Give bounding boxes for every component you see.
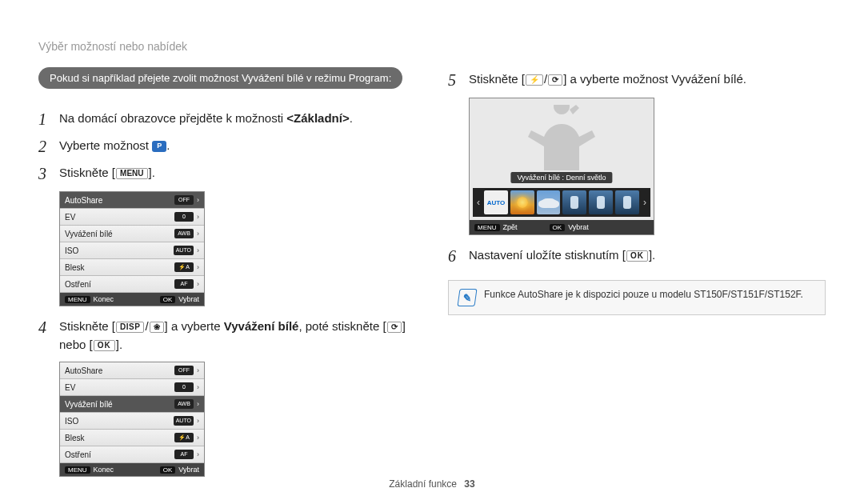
chevron-right-icon: › xyxy=(642,197,648,208)
wb-option-fluorescent-h xyxy=(562,190,586,214)
flower-button-icon: ❀ xyxy=(150,322,164,333)
menu-label: Vyvážení bílé xyxy=(65,400,113,409)
step-body: Na domácí obrazovce přejděte k možnosti … xyxy=(59,110,353,128)
menu-footer: MENUKonec OKVybrat xyxy=(60,293,204,306)
step-text-post: ]. xyxy=(149,166,155,179)
step-text: Stiskněte [ xyxy=(59,166,115,179)
menu-label: Vyvážení bílé xyxy=(65,230,113,238)
step-text: Stiskněte [ xyxy=(59,319,115,333)
footer-ok-pill: OK xyxy=(160,296,176,303)
footer-section: Základní funkce xyxy=(389,478,457,490)
wb-option-tungsten xyxy=(615,190,639,214)
menu-row-flash: Blesk ⚡A› xyxy=(60,259,204,276)
step-4: 4 Stiskněte [DISP/❀] a vyberte Vyvážení … xyxy=(38,318,416,354)
step-number: 4 xyxy=(38,318,59,337)
step-text-post: . xyxy=(350,111,353,125)
value-icon: 0 xyxy=(174,382,194,392)
footer-ok-pill: OK xyxy=(160,466,176,474)
value-icon: AF xyxy=(174,279,194,289)
value-icon: ⚡A xyxy=(174,433,194,442)
value-icon: ⚡A xyxy=(174,262,194,272)
step-number: 1 xyxy=(38,110,59,129)
left-column: Pokud si například přejete zvolit možnos… xyxy=(38,67,416,488)
step-text-post: ] a vyberte možnost Vyvážení bílé. xyxy=(563,72,746,86)
preview-footer: MENUZpět OKVybrat xyxy=(470,220,654,234)
ok-button-icon: OK xyxy=(626,250,648,262)
chevron-right-icon: › xyxy=(197,400,199,408)
step-bold: <Základní> xyxy=(286,111,349,125)
menu-row-wb: Vyvážení bílé AWB› xyxy=(60,226,204,242)
chevron-right-icon: › xyxy=(197,263,199,271)
step-body: Stiskněte [MENU]. xyxy=(59,164,155,182)
step-number: 6 xyxy=(448,246,469,266)
slash: / xyxy=(544,72,547,86)
step-body: Stiskněte [DISP/❀] a vyberte Vyvážení bí… xyxy=(59,318,416,354)
menu-row-focus: Ostření AF› xyxy=(60,446,204,463)
footer-left-label: Konec xyxy=(94,295,114,303)
menu-label: ISO xyxy=(65,246,78,255)
menu-row-focus: Ostření AF› xyxy=(60,276,204,293)
footer-menu-pill: MENU xyxy=(65,466,90,474)
note-icon: ✎ xyxy=(457,289,477,306)
footer-menu-pill: MENU xyxy=(474,224,500,231)
menu-row-wb-selected: Vyvážení bílé AWB› xyxy=(60,396,204,413)
value-icon: OFF xyxy=(174,195,194,205)
step-text-post: ]. xyxy=(649,248,655,262)
menu-label: AutoShare xyxy=(65,366,102,375)
footer-page-number: 33 xyxy=(464,478,474,490)
step-number: 2 xyxy=(38,137,59,156)
icon-glyph: P xyxy=(157,141,162,152)
value-icon: AF xyxy=(174,450,194,459)
disp-button-icon: DISP xyxy=(116,322,144,333)
footer-right-label: Vybrat xyxy=(178,466,199,474)
footer-left-label: Zpět xyxy=(503,223,518,231)
step-text-post1: , poté stiskněte [ xyxy=(298,319,386,333)
camera-menu-screenshot-2: AutoShare OFF› EV 0› Vyvážení bílé AWB› … xyxy=(59,362,205,477)
page-title: Výběr možností nebo nabídek xyxy=(38,40,826,53)
menu-label: AutoShare xyxy=(65,196,102,205)
flash-button-icon: ⚡ xyxy=(526,74,543,86)
wb-option-cloudy xyxy=(537,190,561,214)
chevron-right-icon: › xyxy=(197,366,199,374)
auto-label: AUTO xyxy=(484,190,508,214)
value-icon: AWB xyxy=(174,229,194,238)
menu-row-autoshare: AutoShare OFF› xyxy=(60,362,204,379)
chevron-right-icon: › xyxy=(197,383,199,391)
value-icon: AWB xyxy=(174,399,194,409)
value-icon: AUTO xyxy=(174,416,194,426)
step-body: Stiskněte [⚡/⟳] a vyberte možnost Vyváže… xyxy=(469,70,746,89)
step-2: 2 Vyberte možnost P. xyxy=(38,137,416,156)
example-callout: Pokud si například přejete zvolit možnos… xyxy=(38,67,402,89)
footer-right-label: Vybrat xyxy=(178,295,199,303)
menu-label: Ostření xyxy=(65,280,91,289)
value-icon: 0 xyxy=(174,212,194,222)
timer-button-icon: ⟳ xyxy=(548,74,562,86)
value-icon: AUTO xyxy=(174,246,194,255)
wb-option-daylight xyxy=(510,190,534,214)
chevron-right-icon: › xyxy=(197,230,199,238)
footer-ok-pill: OK xyxy=(550,224,566,231)
wb-option-auto: AUTO xyxy=(484,190,508,214)
footer-right-label: Vybrat xyxy=(568,223,589,231)
step-1: 1 Na domácí obrazovce přejděte k možnost… xyxy=(38,110,416,129)
wb-current-label: Vyvážení bílé : Denní světlo xyxy=(510,172,612,183)
chevron-right-icon: › xyxy=(197,196,199,204)
step-body: Nastavení uložíte stisknutím [OK]. xyxy=(469,246,655,265)
footer-left-label: Konec xyxy=(94,466,114,474)
program-mode-icon: P xyxy=(152,141,166,152)
chevron-right-icon: › xyxy=(197,213,199,221)
menu-label: Blesk xyxy=(65,434,84,442)
page-footer: Základní funkce 33 xyxy=(0,478,864,490)
step-bold: Vyvážení bílé xyxy=(224,319,299,333)
chevron-right-icon: › xyxy=(197,434,199,442)
right-column: 5 Stiskněte [⚡/⟳] a vyberte možnost Vyvá… xyxy=(448,67,826,488)
step-6: 6 Nastavení uložíte stisknutím [OK]. xyxy=(448,246,826,266)
camera-menu-screenshot-1: AutoShare OFF› EV 0› Vyvážení bílé AWB› … xyxy=(59,191,205,306)
menu-footer: MENUKonec OKVybrat xyxy=(60,463,204,476)
chevron-right-icon: › xyxy=(197,417,199,425)
info-note: ✎ Funkce AutoShare je k dispozici pouze … xyxy=(448,280,826,315)
step-text: Stiskněte [ xyxy=(469,72,525,86)
menu-row-autoshare: AutoShare OFF› xyxy=(60,192,204,209)
menu-label: Blesk xyxy=(65,263,84,272)
menu-label: Ostření xyxy=(65,450,91,459)
